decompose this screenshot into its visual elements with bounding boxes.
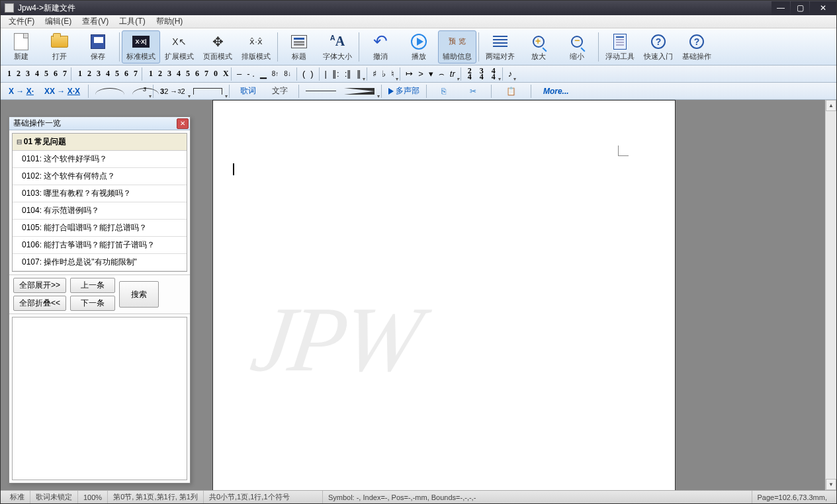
note-hi-4[interactable]: 4 bbox=[173, 67, 182, 81]
barline-icon[interactable]: | bbox=[322, 67, 330, 81]
note-eighth-icon[interactable]: ♪ bbox=[506, 67, 515, 81]
search-button[interactable]: 搜索 bbox=[119, 281, 159, 308]
time-sig-4-4[interactable]: 44 bbox=[488, 67, 500, 81]
text-button[interactable]: 文字 bbox=[264, 84, 296, 98]
time-sig-2-4[interactable]: 24 bbox=[464, 67, 476, 81]
tuplet-3-2[interactable]: 32 → 32 bbox=[156, 84, 189, 99]
paren-close-icon[interactable]: ) bbox=[308, 67, 316, 81]
scroll-down-icon[interactable]: ▼ bbox=[826, 479, 836, 490]
basic-ops-button[interactable]: ?基础操作 bbox=[678, 30, 716, 63]
note-x[interactable]: X bbox=[219, 67, 228, 81]
dot-icon[interactable]: - . bbox=[244, 67, 257, 81]
faq-section-header[interactable]: 01 常见问题 bbox=[13, 134, 187, 151]
faq-item[interactable]: 0103: 哪里有教程？有视频吗？ bbox=[13, 185, 187, 202]
octave-up-icon[interactable]: 8↑ bbox=[269, 67, 282, 81]
font-size-button[interactable]: AA字体大小 bbox=[318, 30, 357, 63]
menu-tools[interactable]: 工具(T) bbox=[114, 15, 150, 28]
crescendo-icon[interactable] bbox=[340, 84, 378, 99]
faq-list[interactable]: 01 常见问题 0101: 这个软件好学吗？ 0102: 这个软件有何特点？ 0… bbox=[12, 133, 187, 272]
note-low-6[interactable]: 6 bbox=[50, 67, 59, 81]
flat-icon[interactable]: ♭ bbox=[379, 67, 388, 81]
note-mid-6[interactable]: 6 bbox=[120, 67, 130, 81]
justify-button[interactable]: 两端对齐 bbox=[481, 30, 519, 63]
collapse-all-button[interactable]: 全部折叠<< bbox=[13, 296, 66, 311]
scroll-up-icon[interactable]: ▲ bbox=[826, 100, 836, 111]
menu-help[interactable]: 帮助(H) bbox=[151, 15, 189, 28]
note-mid-4[interactable]: 4 bbox=[102, 67, 111, 81]
note-rest[interactable]: 0 bbox=[210, 67, 219, 81]
tuplet-icon[interactable]: 3 bbox=[128, 84, 150, 99]
close-button[interactable]: ✕ bbox=[810, 1, 836, 15]
faq-item[interactable]: 0102: 这个软件有何特点？ bbox=[13, 168, 187, 185]
open-button[interactable]: 打开 bbox=[40, 30, 79, 63]
time-sig-3-4[interactable]: 34 bbox=[476, 67, 488, 81]
note-mid-1[interactable]: 1 bbox=[74, 67, 83, 81]
multipart-button[interactable]: 多声部 bbox=[384, 84, 423, 99]
note-low-2[interactable]: 2 bbox=[13, 67, 22, 81]
standard-mode-button[interactable]: X·X|标准模式 bbox=[122, 30, 160, 63]
repeat-start-icon[interactable]: ‖: bbox=[330, 67, 342, 81]
faq-item[interactable]: 0107: 操作时总是说"有功能限制" bbox=[13, 254, 187, 271]
accent-1-icon[interactable]: ↦ bbox=[403, 67, 416, 81]
panel-output-area[interactable] bbox=[12, 317, 187, 480]
octave-down-icon[interactable]: 8↓ bbox=[281, 67, 294, 81]
faq-item[interactable]: 0101: 这个软件好学吗？ bbox=[13, 151, 187, 168]
note-low-5[interactable]: 5 bbox=[40, 67, 50, 81]
staccato-icon[interactable]: ▾ bbox=[426, 67, 436, 81]
quick-start-button[interactable]: ?快速入门 bbox=[639, 30, 678, 63]
extend-mode-button[interactable]: X↖扩展模式 bbox=[160, 30, 198, 63]
zoom-out-button[interactable]: 缩小 bbox=[558, 30, 596, 63]
new-button[interactable]: 新建 bbox=[2, 30, 40, 63]
maximize-button[interactable]: ▢ bbox=[791, 1, 809, 15]
volta-icon[interactable] bbox=[189, 84, 226, 99]
panel-titlebar[interactable]: 基础操作一览 ✕ bbox=[9, 117, 190, 130]
note-mid-3[interactable]: 3 bbox=[93, 67, 102, 81]
line-shape-1[interactable] bbox=[302, 84, 340, 99]
note-low-7[interactable]: 7 bbox=[59, 67, 68, 81]
aux-info-button[interactable]: 预 览辅助信息 bbox=[438, 30, 476, 63]
menu-file[interactable]: 文件(F) bbox=[3, 15, 40, 28]
note-hi-2[interactable]: 2 bbox=[154, 67, 163, 81]
x-transform-1[interactable]: X → X· bbox=[3, 85, 39, 97]
next-item-button[interactable]: 下一条 bbox=[70, 296, 115, 311]
underline-icon[interactable]: ▁ bbox=[257, 67, 269, 81]
save-button[interactable]: 保存 bbox=[79, 30, 117, 63]
dash-icon[interactable]: – bbox=[234, 67, 244, 81]
slur-icon[interactable] bbox=[91, 84, 128, 99]
play-button[interactable]: 播放 bbox=[400, 30, 438, 63]
note-hi-7[interactable]: 7 bbox=[200, 67, 210, 81]
menu-view[interactable]: 查看(V) bbox=[77, 15, 114, 28]
zoom-in-button[interactable]: 放大 bbox=[519, 30, 558, 63]
panel-close-button[interactable]: ✕ bbox=[177, 118, 189, 129]
copy-button[interactable]: ⎘ bbox=[429, 84, 458, 99]
barline-dropdown[interactable]: ‖ bbox=[354, 67, 364, 81]
note-low-1[interactable]: 1 bbox=[3, 67, 13, 81]
note-mid-5[interactable]: 5 bbox=[111, 67, 120, 81]
note-low-3[interactable]: 3 bbox=[22, 67, 31, 81]
fermata-icon[interactable]: ⌢ bbox=[436, 67, 447, 81]
undo-button[interactable]: ↶撤消 bbox=[361, 30, 400, 63]
page-mode-button[interactable]: ✥页面模式 bbox=[198, 30, 237, 63]
x-transform-2[interactable]: XX → X·X bbox=[39, 85, 85, 97]
note-hi-5[interactable]: 5 bbox=[182, 67, 191, 81]
accent-2-icon[interactable]: > bbox=[416, 67, 426, 81]
note-hi-3[interactable]: 3 bbox=[163, 67, 173, 81]
minimize-button[interactable]: — bbox=[771, 1, 790, 15]
natural-icon[interactable]: ♮ bbox=[388, 67, 397, 81]
cut-button[interactable]: ✂ bbox=[458, 84, 488, 99]
more-button[interactable]: More... bbox=[534, 85, 578, 97]
note-hi-1[interactable]: 1 bbox=[145, 67, 154, 81]
prev-item-button[interactable]: 上一条 bbox=[70, 278, 115, 293]
paste-button[interactable]: 📋 bbox=[494, 84, 528, 99]
paren-open-icon[interactable]: ( bbox=[300, 67, 308, 81]
faq-item[interactable]: 0106: 能打古筝谱吗？能打笛子谱吗？ bbox=[13, 237, 187, 254]
repeat-end-icon[interactable]: :‖ bbox=[342, 67, 355, 81]
vertical-scrollbar[interactable]: ▲ ▼ bbox=[825, 100, 836, 490]
note-mid-7[interactable]: 7 bbox=[130, 67, 139, 81]
expand-all-button[interactable]: 全部展开>> bbox=[13, 278, 66, 293]
note-low-4[interactable]: 4 bbox=[31, 67, 40, 81]
faq-item[interactable]: 0108: 标准版、专业版、加密狗版的区别？ bbox=[13, 271, 187, 272]
note-mid-2[interactable]: 2 bbox=[83, 67, 93, 81]
trill-icon[interactable]: tr bbox=[447, 67, 458, 81]
faq-item[interactable]: 0104: 有示范谱例吗？ bbox=[13, 202, 187, 220]
